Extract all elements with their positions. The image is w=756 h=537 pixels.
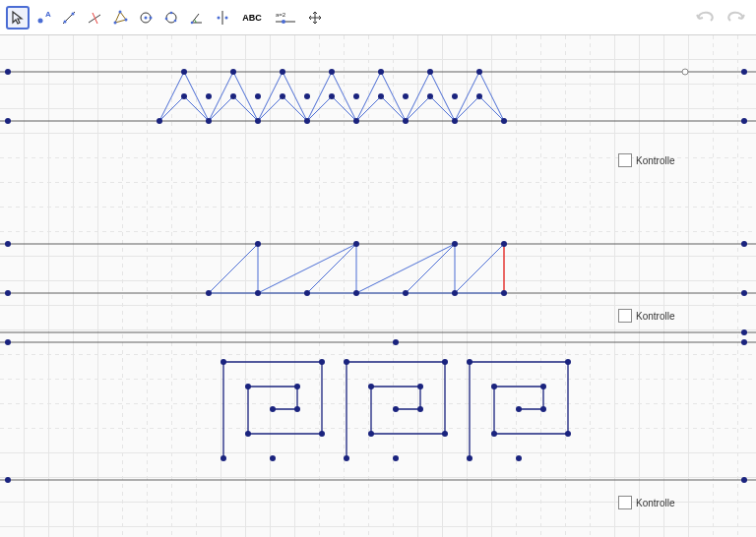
svg-text:A: A (45, 10, 51, 19)
svg-point-43 (5, 290, 11, 296)
svg-point-48 (5, 477, 11, 483)
svg-point-67 (206, 93, 212, 99)
svg-point-38 (741, 69, 747, 75)
svg-point-117 (491, 384, 497, 389)
svg-point-50 (682, 69, 688, 75)
svg-point-52 (230, 69, 236, 75)
svg-point-96 (245, 431, 251, 437)
svg-point-56 (427, 69, 433, 75)
svg-point-116 (491, 431, 497, 437)
kontrolle-checkbox-3[interactable]: Kontrolle (618, 496, 674, 509)
svg-point-106 (368, 431, 374, 437)
kontrolle-label: Kontrolle (636, 311, 674, 322)
svg-point-115 (565, 431, 571, 437)
svg-point-54 (329, 69, 335, 75)
perpendicular-tool[interactable] (83, 6, 106, 30)
construction-layer (0, 35, 756, 537)
svg-point-71 (304, 93, 310, 99)
svg-point-80 (353, 241, 359, 247)
geometry-canvas[interactable]: Kontrolle Kontrolle Kontrolle (0, 35, 756, 537)
svg-point-112 (516, 455, 522, 461)
svg-point-89 (501, 290, 507, 296)
svg-point-81 (452, 241, 458, 247)
circle-3pt-tool[interactable] (159, 6, 183, 30)
svg-point-65 (501, 118, 507, 124)
svg-point-4 (72, 12, 75, 15)
svg-point-94 (319, 359, 325, 365)
svg-point-37 (5, 69, 11, 75)
svg-point-47 (741, 339, 747, 345)
svg-point-17 (174, 19, 177, 22)
svg-point-8 (119, 10, 122, 13)
svg-point-92 (270, 455, 276, 461)
kontrolle-label: Kontrolle (636, 155, 674, 166)
svg-point-110 (393, 406, 399, 412)
svg-point-78 (476, 93, 482, 99)
svg-point-60 (255, 118, 261, 124)
point-tool[interactable]: A (32, 6, 55, 30)
svg-point-105 (442, 431, 448, 437)
kontrolle-checkbox-2[interactable]: Kontrolle (618, 309, 674, 323)
svg-point-85 (304, 290, 310, 296)
svg-point-58 (157, 118, 162, 124)
svg-point-70 (280, 93, 285, 99)
svg-point-44 (741, 290, 747, 296)
kontrolle-box-2[interactable] (618, 309, 632, 323)
svg-point-24 (282, 20, 285, 24)
svg-point-91 (220, 455, 226, 461)
svg-point-83 (206, 290, 212, 296)
svg-point-119 (540, 406, 546, 412)
svg-point-103 (344, 359, 349, 365)
svg-point-42 (741, 241, 747, 247)
angle-tool[interactable] (185, 6, 209, 30)
svg-point-3 (64, 20, 67, 23)
redo-button[interactable] (723, 6, 748, 28)
kontrolle-box-1[interactable] (618, 153, 632, 167)
svg-point-108 (417, 384, 423, 389)
reflect-tool[interactable] (211, 6, 234, 30)
move-tool[interactable] (6, 6, 30, 30)
svg-line-35 (455, 244, 504, 293)
svg-point-41 (5, 241, 11, 247)
svg-point-45 (741, 329, 747, 335)
svg-point-21 (225, 16, 228, 19)
slider-tool[interactable]: a=2 (270, 6, 301, 30)
svg-point-107 (368, 384, 374, 389)
svg-point-61 (304, 118, 310, 124)
svg-line-6 (93, 13, 97, 24)
svg-point-68 (230, 93, 236, 99)
svg-point-63 (403, 118, 409, 124)
circle-center-tool[interactable] (134, 6, 158, 30)
kontrolle-box-3[interactable] (618, 496, 632, 509)
svg-point-79 (255, 241, 261, 247)
pan-tool[interactable] (303, 6, 327, 30)
svg-point-93 (220, 359, 226, 365)
svg-point-111 (467, 455, 472, 461)
svg-point-100 (270, 406, 276, 412)
svg-point-75 (403, 93, 409, 99)
svg-point-73 (353, 93, 359, 99)
svg-point-13 (150, 16, 153, 19)
line-tool[interactable] (57, 6, 81, 30)
svg-point-10 (114, 21, 117, 24)
undo-button[interactable] (693, 6, 719, 28)
svg-point-87 (403, 290, 409, 296)
svg-point-120 (516, 406, 522, 412)
kontrolle-checkbox-1[interactable]: Kontrolle (618, 153, 674, 167)
svg-point-84 (255, 290, 261, 296)
svg-point-55 (378, 69, 384, 75)
svg-point-40 (741, 118, 747, 124)
kontrolle-label: Kontrolle (636, 498, 674, 508)
polygon-tool[interactable] (108, 6, 132, 30)
svg-point-49 (741, 477, 747, 483)
svg-point-77 (452, 93, 458, 99)
svg-point-46 (5, 339, 11, 345)
svg-point-98 (294, 384, 300, 389)
svg-point-104 (442, 359, 448, 365)
svg-point-95 (319, 431, 325, 437)
svg-marker-7 (115, 12, 126, 23)
svg-point-62 (353, 118, 359, 124)
svg-point-20 (218, 16, 220, 19)
text-tool[interactable]: ABC (236, 6, 268, 30)
svg-point-97 (245, 384, 251, 389)
